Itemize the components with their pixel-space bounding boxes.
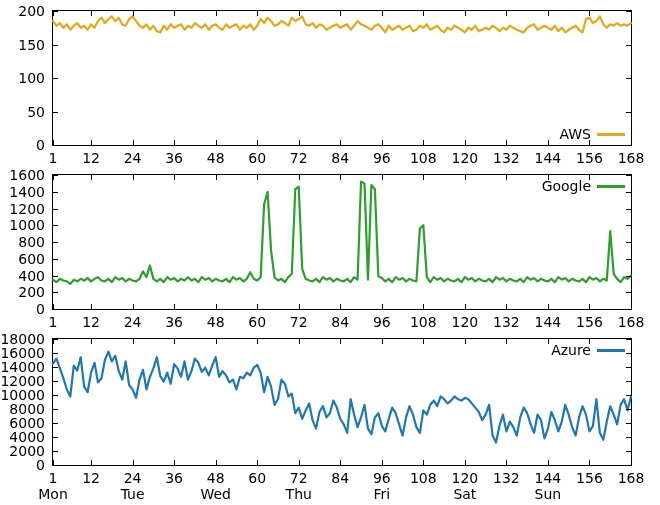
y-tick xyxy=(52,225,58,226)
y-tick-label: 10000 xyxy=(0,388,45,402)
x-tick xyxy=(299,460,300,466)
y-tick-label: 0 xyxy=(36,302,45,316)
y-tick-label: 6000 xyxy=(9,416,45,430)
x-tick-label: 1 xyxy=(49,315,58,329)
y-tick xyxy=(52,292,58,293)
x-tick-label: 132 xyxy=(493,471,520,485)
x-tick xyxy=(53,10,54,16)
y-tick-label: 1400 xyxy=(9,185,45,199)
legend-label-google: Google xyxy=(542,179,591,193)
y-tick xyxy=(52,423,58,424)
y-tick xyxy=(626,437,632,438)
x-tick xyxy=(174,338,175,344)
x-tick-label: 12 xyxy=(82,471,100,485)
plot-area-google: Google 020040060080010001200140016001122… xyxy=(52,174,632,310)
day-label: Sun xyxy=(535,487,562,501)
x-tick xyxy=(506,140,507,146)
y-tick xyxy=(626,259,632,260)
chart-panel-google: Google 020040060080010001200140016001122… xyxy=(0,168,660,328)
x-tick xyxy=(340,460,341,466)
x-tick xyxy=(133,338,134,344)
y-tick-label: 50 xyxy=(27,105,45,119)
day-label: Fri xyxy=(373,487,390,501)
x-tick xyxy=(340,338,341,344)
x-tick xyxy=(257,174,258,180)
y-tick xyxy=(52,437,58,438)
y-tick xyxy=(52,78,58,79)
x-tick xyxy=(174,304,175,310)
x-tick xyxy=(216,140,217,146)
y-tick-label: 1000 xyxy=(9,218,45,232)
y-tick-label: 200 xyxy=(18,4,45,18)
y-tick-label: 4000 xyxy=(9,430,45,444)
y-tick xyxy=(626,192,632,193)
x-tick xyxy=(589,338,590,344)
y-tick xyxy=(52,381,58,382)
y-tick-label: 200 xyxy=(18,285,45,299)
x-tick-label: 108 xyxy=(410,471,437,485)
legend-swatch-azure xyxy=(597,349,625,352)
x-tick-label: 1 xyxy=(49,471,58,485)
x-tick xyxy=(91,10,92,16)
y-tick-label: 14000 xyxy=(0,360,45,374)
x-tick xyxy=(91,304,92,310)
x-tick xyxy=(589,460,590,466)
x-tick-label: 168 xyxy=(618,471,645,485)
x-tick-label: 144 xyxy=(535,471,562,485)
x-tick xyxy=(631,174,632,180)
x-tick xyxy=(423,460,424,466)
x-tick xyxy=(506,174,507,180)
x-tick xyxy=(589,174,590,180)
x-tick xyxy=(216,338,217,344)
y-tick xyxy=(52,112,58,113)
series-line-google xyxy=(53,175,631,309)
x-tick-label: 24 xyxy=(124,151,142,165)
x-tick xyxy=(299,140,300,146)
x-tick xyxy=(53,338,54,344)
x-tick xyxy=(53,460,54,466)
x-tick xyxy=(548,460,549,466)
x-tick xyxy=(299,304,300,310)
x-tick xyxy=(174,10,175,16)
y-tick xyxy=(626,78,632,79)
chart-panel-aws: AWS 050100150200112243648607284961081201… xyxy=(0,4,660,164)
x-tick xyxy=(465,10,466,16)
x-tick xyxy=(299,10,300,16)
x-tick-label: 60 xyxy=(248,315,266,329)
x-tick xyxy=(465,338,466,344)
x-tick xyxy=(465,140,466,146)
x-tick-label: 96 xyxy=(373,471,391,485)
x-tick-label: 108 xyxy=(410,315,437,329)
legend-google: Google xyxy=(542,179,625,193)
x-tick xyxy=(91,174,92,180)
x-tick xyxy=(506,304,507,310)
x-tick xyxy=(548,174,549,180)
x-tick-label: 1 xyxy=(49,151,58,165)
y-tick xyxy=(626,209,632,210)
x-tick xyxy=(631,140,632,146)
x-tick-label: 48 xyxy=(207,151,225,165)
y-tick xyxy=(626,423,632,424)
y-tick-label: 0 xyxy=(36,458,45,472)
x-tick xyxy=(216,10,217,16)
x-tick xyxy=(631,304,632,310)
x-tick-label: 24 xyxy=(124,315,142,329)
y-tick xyxy=(626,276,632,277)
y-tick-label: 600 xyxy=(18,252,45,266)
x-tick xyxy=(257,304,258,310)
legend-label-aws: AWS xyxy=(559,127,591,141)
x-tick xyxy=(133,304,134,310)
x-tick xyxy=(423,304,424,310)
x-tick xyxy=(548,304,549,310)
x-tick-label: 36 xyxy=(165,151,183,165)
x-tick-label: 72 xyxy=(290,471,308,485)
y-tick xyxy=(52,409,58,410)
y-tick-label: 2000 xyxy=(9,444,45,458)
x-tick-label: 60 xyxy=(248,151,266,165)
x-tick xyxy=(91,338,92,344)
x-tick xyxy=(631,10,632,16)
series-line-azure xyxy=(53,339,631,465)
x-tick xyxy=(340,140,341,146)
x-tick xyxy=(506,460,507,466)
plot-area-azure: Azure 0200040006000800010000120001400016… xyxy=(52,338,632,466)
